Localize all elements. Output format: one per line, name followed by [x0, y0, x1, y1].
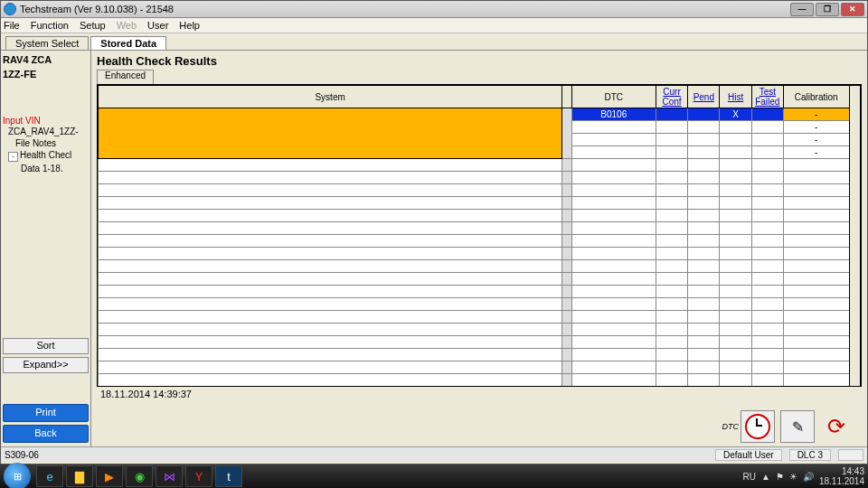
tree-node-file[interactable]: ZCA_RAV4_1ZZ-: [3, 126, 89, 137]
dtc-label: DTC: [722, 422, 740, 431]
status-user: Default User: [715, 449, 782, 461]
tree-node-notes[interactable]: File Notes: [3, 137, 89, 149]
menu-bar: File Function Setup Web User Help: [1, 18, 867, 33]
sort-button[interactable]: Sort: [3, 338, 89, 354]
timestamp: 18.11.2014 14:39:37: [97, 387, 862, 408]
clock-icon: [745, 414, 770, 439]
refresh-icon: ⟳: [827, 414, 845, 439]
taskbar-yandex[interactable]: Y: [185, 465, 212, 487]
expand-button[interactable]: Expand>>: [3, 357, 89, 373]
bowtie-icon: ⋈: [164, 470, 175, 483]
collapse-icon[interactable]: -: [8, 152, 18, 162]
table-row[interactable]: [99, 336, 861, 349]
taskbar: ⊞ e ▇ ▶ ◉ ⋈ Y t RU ▲ ⚑ ☀ 🔊 14:4318.11.20…: [0, 465, 868, 488]
input-vin-label: Input VIN: [3, 116, 89, 126]
nav-tree: Input VIN ZCA_RAV4_1ZZ- File Notes -Heal…: [3, 116, 89, 338]
table-row[interactable]: [99, 248, 861, 260]
vehicle-line2: 1ZZ-FE: [3, 67, 89, 81]
refresh-button[interactable]: ⟳: [820, 411, 853, 442]
status-left: S309-06: [5, 450, 39, 460]
table-row[interactable]: B0106 X -: [99, 108, 861, 121]
vehicle-line1: RAV4 ZCA: [3, 52, 89, 67]
table-row[interactable]: [99, 260, 861, 273]
tray-volume-icon[interactable]: 🔊: [803, 472, 814, 482]
table-row[interactable]: [99, 349, 861, 361]
tray-flag2-icon[interactable]: ⚑: [776, 472, 784, 482]
table-row[interactable]: [99, 273, 861, 286]
taskbar-ie[interactable]: e: [36, 465, 63, 487]
hdr-pend[interactable]: Pend: [693, 92, 714, 102]
taskbar-chrome[interactable]: ◉: [126, 465, 153, 487]
table-row[interactable]: [99, 387, 861, 388]
title-bar: Techstream (Ver 9.10.038) - 21548 — ❐ ✕: [1, 1, 867, 18]
status-dlc: DLC 3: [789, 449, 831, 461]
tray-lang[interactable]: RU: [743, 472, 756, 482]
dtc-clock-button[interactable]: [741, 410, 775, 443]
taskbar-techstream[interactable]: t: [215, 465, 242, 487]
cell-hist: X: [720, 108, 751, 121]
maximize-button[interactable]: ❐: [816, 3, 839, 16]
hdr-calibration: Calibration: [783, 86, 849, 108]
table-row[interactable]: [99, 235, 861, 248]
table-row[interactable]: [99, 184, 861, 197]
table-row[interactable]: [99, 298, 861, 311]
taskbar-explorer[interactable]: ▇: [66, 465, 93, 487]
tree-node-data[interactable]: Data 1-18.: [3, 163, 89, 174]
folder-icon: ▇: [75, 470, 84, 483]
tray-power-icon[interactable]: ☀: [789, 472, 797, 482]
tray-clock[interactable]: 14:4318.11.2014: [819, 466, 864, 486]
tray-flag-icon[interactable]: ▲: [761, 472, 770, 482]
grid-scrollbar[interactable]: [849, 86, 860, 388]
start-button[interactable]: ⊞: [4, 463, 31, 488]
yandex-icon: Y: [195, 470, 203, 483]
hdr-curr-conf[interactable]: Curr Conf: [663, 87, 682, 107]
taskbar-app1[interactable]: ⋈: [156, 465, 183, 487]
menu-function[interactable]: Function: [31, 20, 69, 31]
inner-scrollbar[interactable]: [562, 86, 571, 108]
menu-web: Web: [117, 20, 137, 31]
tab-system-select[interactable]: System Select: [5, 36, 89, 50]
hdr-hist[interactable]: Hist: [728, 92, 743, 102]
menu-help[interactable]: Help: [179, 20, 200, 31]
tab-bar: System Select Stored Data: [1, 33, 867, 51]
ie-icon: e: [46, 470, 52, 483]
table-row[interactable]: [99, 197, 861, 210]
table-row[interactable]: [99, 172, 861, 184]
status-bar: S309-06 Default User DLC 3: [1, 446, 867, 462]
table-row[interactable]: [99, 324, 861, 336]
cell-cal: -: [783, 108, 849, 121]
sidebar: RAV4 ZCA 1ZZ-FE Input VIN ZCA_RAV4_1ZZ- …: [1, 51, 91, 446]
hdr-test-failed[interactable]: Test Failed: [755, 87, 779, 107]
window-title: Techstream (Ver 9.10.038) - 21548: [20, 4, 790, 14]
cell-dtc[interactable]: B0106: [571, 108, 656, 121]
print-button[interactable]: Print: [3, 404, 89, 422]
table-row[interactable]: [99, 286, 861, 298]
windows-icon: ⊞: [14, 471, 22, 483]
back-button[interactable]: Back: [3, 425, 89, 443]
minimize-button[interactable]: —: [790, 3, 814, 16]
eraser-icon: ✎: [792, 418, 804, 436]
app-icon: [4, 3, 16, 15]
table-row[interactable]: [99, 159, 861, 172]
menu-file[interactable]: File: [4, 20, 20, 31]
techstream-icon: t: [227, 470, 231, 483]
table-row[interactable]: [99, 374, 861, 387]
hdr-dtc: DTC: [571, 86, 656, 108]
table-row[interactable]: [99, 311, 861, 324]
media-icon: ▶: [105, 470, 114, 483]
results-grid: System DTC Curr Conf Pend Hist Test Fail…: [97, 84, 862, 387]
subtab-enhanced[interactable]: Enhanced: [97, 70, 154, 84]
menu-user[interactable]: User: [147, 20, 168, 31]
table-row[interactable]: [99, 210, 861, 222]
taskbar-media[interactable]: ▶: [96, 465, 123, 487]
close-button[interactable]: ✕: [841, 3, 864, 16]
erase-button[interactable]: ✎: [780, 410, 815, 443]
menu-setup[interactable]: Setup: [80, 20, 106, 31]
tab-stored-data[interactable]: Stored Data: [90, 36, 166, 50]
table-row[interactable]: [99, 361, 861, 374]
chrome-icon: ◉: [135, 470, 145, 483]
table-row[interactable]: [99, 222, 861, 235]
tree-node-health[interactable]: -Health Checl: [3, 149, 89, 163]
page-title: Health Check Results: [97, 54, 862, 68]
status-resize-grip: [838, 449, 863, 461]
